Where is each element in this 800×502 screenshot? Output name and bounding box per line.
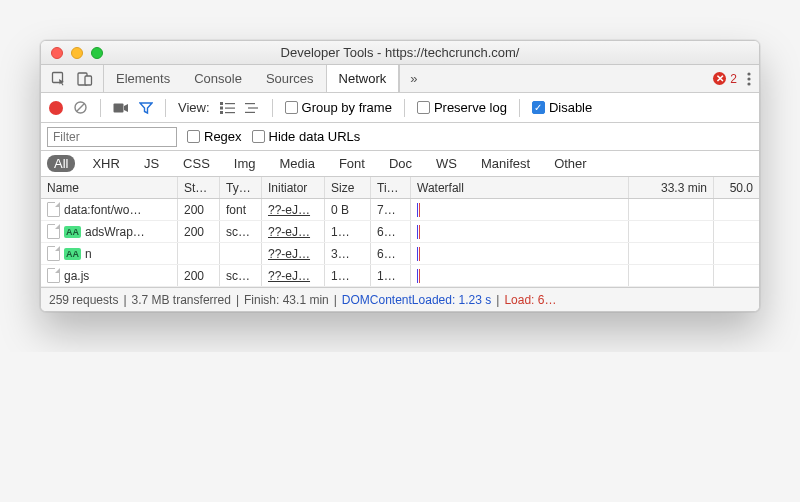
cell-size: 3…: [325, 243, 371, 264]
cell-min: [629, 265, 714, 286]
tab-overflow[interactable]: »: [399, 65, 427, 92]
col-time[interactable]: Ti…: [371, 177, 411, 198]
cell-extra: [714, 243, 759, 264]
checkbox-icon: [187, 130, 200, 143]
cell-initiator[interactable]: ??-eJ…: [262, 243, 325, 264]
cell-waterfall: [411, 221, 629, 242]
col-name[interactable]: Name: [41, 177, 178, 198]
minimize-window-button[interactable]: [71, 47, 83, 59]
svg-rect-9: [220, 102, 223, 105]
svg-line-7: [77, 104, 84, 111]
cell-status: [178, 243, 220, 264]
network-table: Name St… Ty… Initiator Size Ti… Waterfal…: [41, 177, 759, 287]
cell-min: [629, 199, 714, 220]
zoom-window-button[interactable]: [91, 47, 103, 59]
clear-icon[interactable]: [73, 100, 88, 115]
status-domcontentloaded: DOMContentLoaded: 1.23 s: [342, 293, 491, 307]
cell-initiator[interactable]: ??-eJ…: [262, 265, 325, 286]
checkbox-icon: [417, 101, 430, 114]
type-doc[interactable]: Doc: [382, 155, 419, 172]
settings-menu-icon[interactable]: [747, 71, 751, 87]
cell-type: [220, 243, 262, 264]
svg-rect-11: [220, 111, 223, 114]
status-load: Load: 6…: [504, 293, 556, 307]
table-body: data:font/wo… 200 font ??-eJ… 0 B 7… AA …: [41, 199, 759, 287]
cell-waterfall: [411, 243, 629, 264]
tab-sources[interactable]: Sources: [254, 65, 326, 92]
cell-waterfall: [411, 199, 629, 220]
type-all[interactable]: All: [47, 155, 75, 172]
ad-badge: AA: [64, 226, 81, 238]
cell-size: 1…: [325, 265, 371, 286]
type-other[interactable]: Other: [547, 155, 594, 172]
camera-icon[interactable]: [113, 102, 129, 114]
resource-type-row: All XHR JS CSS Img Media Font Doc WS Man…: [41, 151, 759, 177]
svg-rect-17: [245, 111, 255, 112]
type-media[interactable]: Media: [272, 155, 321, 172]
titlebar: Developer Tools - https://techcrunch.com…: [41, 41, 759, 65]
group-by-frame-checkbox[interactable]: Group by frame: [285, 100, 392, 115]
error-badge[interactable]: ✕ 2: [713, 72, 737, 86]
filter-row: Regex Hide data URLs: [41, 123, 759, 151]
record-button[interactable]: [49, 101, 63, 115]
type-js[interactable]: JS: [137, 155, 166, 172]
table-row[interactable]: AA n ??-eJ… 3… 6…: [41, 243, 759, 265]
inspect-element-icon[interactable]: [51, 71, 67, 87]
col-minutes: 33.3 min: [629, 177, 714, 198]
type-ws[interactable]: WS: [429, 155, 464, 172]
type-css[interactable]: CSS: [176, 155, 217, 172]
error-count: 2: [730, 72, 737, 86]
regex-checkbox[interactable]: Regex: [187, 129, 242, 144]
cell-time: 1…: [371, 265, 411, 286]
network-toolbar: View: Group by frame Preserve log Disabl…: [41, 93, 759, 123]
panel-tabbar: Elements Console Sources Network » ✕ 2: [41, 65, 759, 93]
type-xhr[interactable]: XHR: [85, 155, 126, 172]
close-window-button[interactable]: [51, 47, 63, 59]
status-requests: 259 requests: [49, 293, 118, 307]
small-rows-icon[interactable]: [245, 102, 260, 114]
view-label: View:: [178, 100, 210, 115]
col-status[interactable]: St…: [178, 177, 220, 198]
cell-initiator[interactable]: ??-eJ…: [262, 199, 325, 220]
col-type[interactable]: Ty…: [220, 177, 262, 198]
disable-cache-checkbox[interactable]: Disable: [532, 100, 592, 115]
svg-rect-8: [114, 103, 124, 112]
inspect-controls: [41, 65, 104, 92]
cell-name: AA n: [41, 243, 178, 264]
svg-rect-12: [225, 103, 235, 104]
status-bar: 259 requests | 3.7 MB transferred | Fini…: [41, 287, 759, 311]
filter-icon[interactable]: [139, 101, 153, 115]
file-name: adsWrap…: [85, 225, 145, 239]
file-icon: [47, 224, 60, 239]
table-row[interactable]: ga.js 200 sc… ??-eJ… 1… 1…: [41, 265, 759, 287]
preserve-log-checkbox[interactable]: Preserve log: [417, 100, 507, 115]
devtools-window: Developer Tools - https://techcrunch.com…: [40, 40, 760, 312]
col-waterfall[interactable]: Waterfall: [411, 177, 629, 198]
tab-elements[interactable]: Elements: [104, 65, 182, 92]
svg-point-3: [747, 72, 750, 75]
tab-console[interactable]: Console: [182, 65, 254, 92]
large-rows-icon[interactable]: [220, 102, 235, 114]
table-row[interactable]: data:font/wo… 200 font ??-eJ… 0 B 7…: [41, 199, 759, 221]
ad-badge: AA: [64, 248, 81, 260]
table-row[interactable]: AA adsWrap… 200 sc… ??-eJ… 1… 6…: [41, 221, 759, 243]
device-mode-icon[interactable]: [77, 71, 93, 87]
file-icon: [47, 202, 60, 217]
type-font[interactable]: Font: [332, 155, 372, 172]
cell-extra: [714, 221, 759, 242]
type-img[interactable]: Img: [227, 155, 263, 172]
type-manifest[interactable]: Manifest: [474, 155, 537, 172]
tab-network[interactable]: Network: [326, 65, 400, 92]
checkbox-icon: [285, 101, 298, 114]
svg-rect-14: [225, 112, 235, 113]
col-initiator[interactable]: Initiator: [262, 177, 325, 198]
col-size[interactable]: Size: [325, 177, 371, 198]
checkbox-icon: [252, 130, 265, 143]
cell-name: AA adsWrap…: [41, 221, 178, 242]
hide-data-urls-checkbox[interactable]: Hide data URLs: [252, 129, 361, 144]
cell-extra: [714, 265, 759, 286]
svg-point-5: [747, 82, 750, 85]
filter-input[interactable]: [47, 127, 177, 147]
svg-rect-15: [245, 103, 255, 104]
cell-initiator[interactable]: ??-eJ…: [262, 221, 325, 242]
